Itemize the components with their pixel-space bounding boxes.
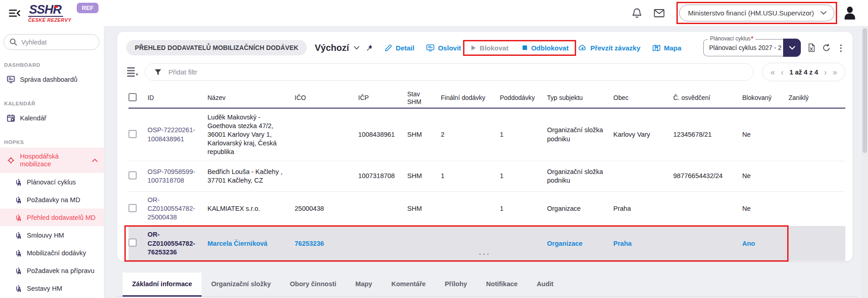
cell-stav-shm: SHM (407, 168, 441, 184)
supply-truck-icon (15, 249, 23, 257)
calendar-icon (7, 114, 15, 122)
cell-id[interactable]: OSP-72220261-1008438961 (148, 122, 207, 147)
cell-poddodavky: 1 (500, 168, 547, 184)
sidebar-item-pozadavky-na-md[interactable]: Požadavky na MD (0, 191, 104, 209)
filter-input[interactable] (168, 68, 744, 76)
pagination-first-icon[interactable]: « (770, 68, 775, 76)
page-title: PŘEHLED DODAVATELŮ MOBILIZAČNÍCH DODÁVEK (126, 40, 307, 55)
sidebar-item-label: Kalendář (20, 114, 46, 122)
section-label-hopks: HOPKS (4, 139, 104, 145)
sidebar-item-prehled-dodavatelu-md[interactable]: Přehled dodavatelů MD (0, 209, 104, 226)
table-row[interactable]: OSP-70958599-1007318708 Bedřich Louša - … (128, 161, 845, 192)
col-header-ico[interactable]: IČO (295, 94, 358, 102)
table-row[interactable]: OSP-72220261-1008438961 Luděk Makovský -… (128, 109, 845, 161)
planning-cycle-dropdown-button[interactable] (783, 39, 801, 57)
col-header-obec[interactable]: Obec (613, 94, 673, 102)
planning-cycle-select[interactable]: Plánovací cyklus* Plánovací cyklus 2027 … (703, 39, 783, 56)
search-icon (10, 38, 17, 46)
sidebar-collapse-icon[interactable] (8, 8, 21, 19)
sidebar-item-label: Mobilizační dodávky (27, 249, 86, 257)
export-excel-icon[interactable] (808, 43, 815, 52)
chevron-up-icon (92, 159, 98, 162)
tab-prilohy[interactable]: Přílohy (435, 273, 477, 297)
refresh-icon[interactable] (822, 44, 831, 52)
pagination-prev-icon[interactable]: ‹ (781, 68, 784, 76)
cell-nazev: KALMIATEX s.r.o. (207, 200, 295, 217)
col-header-typ-subjektu[interactable]: Typ subjektu (547, 94, 613, 102)
scrollbar-thumb[interactable] (863, 28, 867, 153)
pagination-next-icon[interactable]: › (824, 68, 827, 76)
supply-truck-icon (15, 179, 23, 186)
sidebar-item-sestavy-hm[interactable]: Sestavy HM (0, 279, 104, 297)
role-context-select[interactable]: Ministerstvo financí (HM.USU.Supervizor) (679, 5, 834, 21)
messages-envelope-icon[interactable] (654, 9, 665, 18)
tab-komentare[interactable]: Komentáře (382, 273, 435, 297)
notifications-bell-icon[interactable] (632, 8, 642, 19)
col-header-poddodavky[interactable]: Poddodávky (500, 94, 547, 102)
column-settings-icon[interactable]: ▾ (127, 67, 138, 77)
content-card: PŘEHLED DODAVATELŮ MOBILIZAČNÍCH DODÁVEK… (117, 32, 853, 261)
tab-obory-cinnosti[interactable]: Obory činnosti (281, 273, 346, 297)
tab-zakladni-informace[interactable]: Základní informace (123, 273, 202, 297)
play-triangle-icon (471, 45, 476, 51)
view-name: Výchozí (315, 43, 349, 53)
kebab-menu-icon[interactable]: ⋮ (837, 44, 845, 52)
annotation-context-select: Ministerstvo financí (HM.USU.Supervizor) (676, 2, 837, 24)
odblokovat-button[interactable]: Odblokovat (522, 44, 569, 52)
sidebar-item-planovaci-cyklus[interactable]: Plánovací cyklus (0, 173, 104, 191)
prevzit-zavazky-button[interactable]: Převzít závazky (578, 44, 640, 52)
view-chevron-down-icon[interactable] (354, 46, 360, 50)
filter-input-pill[interactable] (145, 63, 754, 81)
col-header-icp[interactable]: IČP (358, 94, 407, 102)
sidebar-item-label: Smlouvy HM (27, 232, 64, 239)
pagination: « ‹ 1 až 4 z 4 › » (762, 63, 845, 81)
chevron-down-icon (820, 11, 827, 15)
col-header-id[interactable]: ID (148, 94, 207, 102)
panel-resize-handle[interactable]: ··· (117, 250, 853, 259)
cell-zanikly (789, 239, 838, 248)
select-all-checkbox[interactable] (128, 93, 137, 101)
planning-cycle-label: Plánovací cyklus* (708, 35, 755, 42)
cell-poddodavky: 1 (500, 126, 547, 143)
tab-mapy[interactable]: Mapy (346, 273, 382, 297)
sidebar-item-kalendar[interactable]: Kalendář (0, 109, 104, 127)
col-header-nazev[interactable]: Název (207, 94, 295, 102)
row-checkbox[interactable] (128, 171, 137, 179)
tab-notifikace[interactable]: Notifikace (477, 273, 527, 297)
pin-view-icon[interactable] (365, 44, 373, 51)
cell-id[interactable]: OSP-70958599-1007318708 (148, 164, 207, 189)
contact-card-icon (426, 44, 434, 51)
col-header-blokovany[interactable]: Blokovaný (742, 94, 789, 102)
planning-cycle-group: Plánovací cyklus* Plánovací cyklus 2027 … (703, 39, 801, 57)
cell-ico (295, 131, 358, 139)
sidebar-item-sprava-dashboardu[interactable]: Správa dashboardů (0, 70, 104, 89)
tab-audit[interactable]: Audit (527, 273, 563, 297)
sidebar-item-hospodarska-mobilizace[interactable]: Hospodářská mobilizace (0, 148, 104, 173)
table-header-row: ID Název IČO IČP Stav SHM Finální dodávk… (128, 89, 845, 109)
sidebar-search[interactable] (4, 34, 99, 50)
user-avatar-icon[interactable] (843, 5, 857, 21)
page-scrollbar[interactable] (862, 26, 868, 298)
blokovat-button[interactable]: Blokovat (471, 44, 508, 52)
sidebar-item-smlouvy-hm[interactable]: Smlouvy HM (0, 226, 104, 244)
mapa-button[interactable]: Mapa (652, 44, 681, 52)
app-logo: SSHR ČESKÉ REZERVY (28, 4, 71, 23)
col-header-osvedceni[interactable]: Č. osvědčení (673, 94, 742, 102)
oslovit-button[interactable]: Oslovit (426, 44, 461, 52)
pagination-last-icon[interactable]: » (833, 68, 837, 76)
row-checkbox[interactable] (128, 204, 137, 212)
col-header-stav-shm[interactable]: Stav SHM (407, 90, 441, 106)
sidebar-item-pozadavek-na-pripravu[interactable]: Požadavek na přípravu (0, 262, 104, 279)
tab-organizacni-slozky[interactable]: Organizační složky (202, 273, 280, 297)
row-checkbox[interactable] (128, 238, 137, 247)
chevron-down-icon (789, 46, 795, 50)
search-input[interactable] (21, 39, 80, 46)
sidebar-item-mobilizacni-dodavky[interactable]: Mobilizační dodávky (0, 244, 104, 262)
map-icon (652, 44, 661, 52)
col-header-finalni-dodavky[interactable]: Finální dodávky (441, 94, 500, 102)
table-row[interactable]: OR-CZ0100554782-25000438 KALMIATEX s.r.o… (128, 192, 845, 226)
detail-button[interactable]: Detail (385, 44, 414, 52)
cell-id[interactable]: OR-CZ0100554782-25000438 (148, 192, 207, 226)
row-checkbox[interactable] (128, 130, 137, 138)
col-header-zanikly[interactable]: Zaniklý (789, 94, 838, 102)
